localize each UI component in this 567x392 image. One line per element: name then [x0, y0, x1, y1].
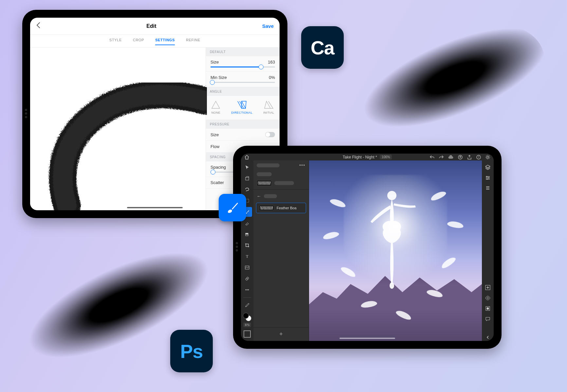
- brush-panel: ••• ← Feathe: [253, 160, 309, 341]
- canvas-dancer: [364, 186, 420, 294]
- svg-rect-4: [246, 177, 249, 180]
- adjustments-icon[interactable]: [484, 185, 491, 192]
- photoshop-badge-label: Ps: [180, 340, 203, 362]
- pressure-size-toggle[interactable]: [265, 132, 275, 137]
- svg-text:?: ?: [478, 156, 479, 159]
- group-angle: ANGLE: [206, 87, 280, 96]
- help-icon[interactable]: ?: [476, 155, 481, 160]
- brush-stroke-preview: [43, 74, 207, 210]
- setting-min-size[interactable]: Min Size 0%: [206, 72, 280, 87]
- home-indicator: [339, 338, 395, 339]
- comments-icon[interactable]: [484, 315, 491, 323]
- undo-icon[interactable]: [430, 155, 435, 160]
- share-icon[interactable]: [467, 155, 472, 160]
- tab-crop[interactable]: CROP: [133, 38, 144, 45]
- document-title: Take Flight - Night *: [343, 155, 377, 159]
- spacing-label: Spacing: [210, 165, 226, 170]
- back-button[interactable]: [36, 22, 41, 30]
- fill-tool-icon[interactable]: [242, 229, 252, 239]
- ps-topbar: Take Flight - Night * 106% ?: [241, 154, 494, 160]
- angle-none[interactable]: NONE: [211, 101, 220, 114]
- save-button[interactable]: Save: [262, 23, 274, 29]
- brush-panel-title-placeholder: [257, 163, 280, 167]
- brush-app-icon: [219, 194, 246, 221]
- scatter-label: Scatter: [210, 180, 224, 185]
- capture-badge-label: Ca: [311, 37, 334, 59]
- mask-icon[interactable]: [484, 305, 491, 312]
- svg-point-17: [488, 177, 489, 178]
- expand-panel-icon[interactable]: [484, 334, 491, 341]
- page-title: Edit: [146, 23, 156, 29]
- brush-selected-row[interactable]: Feather Boa: [256, 203, 306, 213]
- size-value: 163: [268, 60, 275, 65]
- setting-size[interactable]: Size 163: [206, 56, 280, 72]
- lasso-tool-icon[interactable]: [242, 185, 252, 195]
- angle-directional[interactable]: DIRECTIONAL: [231, 101, 252, 114]
- brush-size-badge[interactable]: 371: [243, 323, 251, 327]
- properties-icon[interactable]: [484, 174, 491, 181]
- transform-tool-icon[interactable]: [242, 174, 252, 183]
- type-tool-icon[interactable]: T: [242, 252, 252, 261]
- eyedropper-tool-icon[interactable]: [242, 300, 252, 310]
- add-brush-button[interactable]: +: [253, 327, 309, 341]
- svg-point-15: [390, 282, 394, 289]
- size-label: Size: [210, 60, 219, 65]
- send-icon[interactable]: [458, 155, 463, 160]
- tab-settings[interactable]: SETTINGS: [155, 38, 175, 45]
- active-layer-thumb[interactable]: [244, 330, 251, 338]
- svg-point-12: [247, 289, 248, 290]
- edit-tabs: STYLE CROP SETTINGS REFINE: [30, 35, 280, 47]
- svg-point-14: [387, 191, 396, 200]
- move-tool-icon[interactable]: [242, 162, 252, 172]
- tab-refine[interactable]: REFINE: [186, 38, 200, 45]
- home-icon[interactable]: [244, 155, 249, 160]
- brush-group-row-2[interactable]: [253, 178, 309, 188]
- color-swatch[interactable]: [243, 313, 251, 321]
- pressure-size-row[interactable]: Size: [206, 129, 280, 141]
- layers-icon[interactable]: [484, 164, 491, 171]
- minsize-value: 0%: [269, 75, 275, 80]
- angle-initial[interactable]: INITIAL: [263, 101, 274, 114]
- ps-canvas[interactable]: [309, 160, 482, 341]
- minsize-label: Min Size: [210, 75, 227, 80]
- svg-text:T: T: [246, 254, 248, 259]
- brush-panel-more-icon[interactable]: •••: [299, 163, 305, 168]
- adobe-capture-badge: Ca: [301, 26, 344, 69]
- pressure-size-label: Size: [210, 132, 219, 137]
- svg-point-20: [487, 297, 489, 299]
- tab-style[interactable]: STYLE: [109, 38, 122, 45]
- svg-rect-7: [246, 233, 248, 234]
- more-tools-icon[interactable]: [242, 285, 252, 295]
- ps-right-toolbar: [482, 160, 494, 341]
- size-slider[interactable]: [210, 66, 275, 67]
- brush-preview-canvas[interactable]: [30, 47, 206, 210]
- healing-tool-icon[interactable]: [242, 274, 252, 284]
- svg-point-13: [248, 289, 249, 290]
- group-pressure: PRESSURE: [206, 120, 280, 129]
- svg-point-11: [246, 289, 247, 290]
- svg-point-22: [487, 308, 489, 310]
- redo-icon[interactable]: [439, 155, 444, 160]
- brush-thumb-icon: [257, 180, 272, 186]
- svg-point-3: [487, 156, 489, 158]
- ipad-photoshop: Take Flight - Night * 106% ?: [233, 146, 502, 349]
- chevron-left-icon: ←: [257, 194, 261, 199]
- group-default: DEFAULT: [206, 47, 280, 56]
- cloud-sync-icon[interactable]: [448, 155, 454, 160]
- pressure-flow-label: Flow: [210, 144, 219, 149]
- place-tool-icon[interactable]: [242, 263, 252, 272]
- brush-panel-back[interactable]: ←: [253, 191, 309, 201]
- adobe-photoshop-badge: Ps: [170, 330, 213, 372]
- brush-group-row-1[interactable]: [253, 170, 309, 178]
- crop-tool-icon[interactable]: [242, 240, 252, 250]
- selected-brush-name: Feather Boa: [277, 206, 297, 210]
- ps-left-toolbar: T 371: [241, 160, 253, 341]
- home-indicator: [127, 207, 183, 208]
- zoom-level[interactable]: 106%: [380, 155, 392, 159]
- svg-point-18: [486, 178, 487, 179]
- settings-gear-icon[interactable]: [485, 155, 490, 160]
- visibility-icon[interactable]: [484, 294, 491, 302]
- minsize-slider[interactable]: [210, 82, 275, 83]
- svg-point-16: [486, 176, 487, 177]
- add-icon[interactable]: [484, 284, 491, 291]
